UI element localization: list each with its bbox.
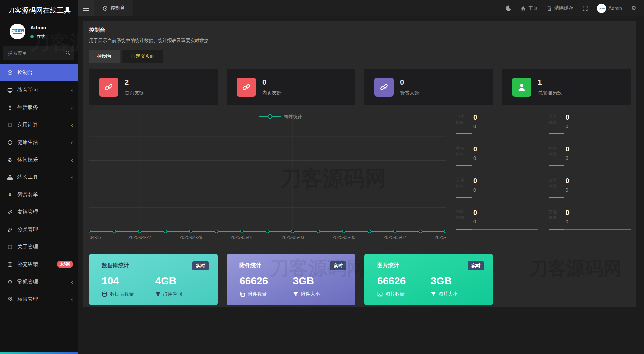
- content-tabs: 控制台自定义页面: [89, 50, 631, 63]
- home-link[interactable]: 主页: [521, 5, 538, 11]
- summary-value: 66626: [239, 276, 293, 286]
- sidebar-item[interactable]: 生活服务 ‹: [0, 99, 78, 116]
- spider-progress-bar: [456, 197, 538, 198]
- spider-yesterday-count: 0: [473, 155, 538, 161]
- sidebar-item-label: 教育学习: [17, 87, 38, 93]
- svg-text:蜘蛛统计: 蜘蛛统计: [284, 114, 302, 119]
- svg-text:04-25: 04-25: [90, 235, 101, 240]
- sidebar-item-label: 休闲娱乐: [17, 156, 38, 163]
- spider-stat-cell: 其他蜘蛛 0 0: [549, 209, 631, 232]
- summary-label: 占用空间: [155, 291, 209, 297]
- stat-value: 0: [262, 79, 282, 86]
- summary-card: 图片统计 实时 66626 图片数量 3GB: [364, 254, 493, 305]
- sidebar-item[interactable]: 健康生活 ‹: [0, 134, 78, 151]
- database-icon: [102, 291, 107, 297]
- avatar[interactable]: 刀客源码: [10, 24, 25, 39]
- summary-label: 数据表数量: [102, 291, 155, 297]
- sidebar-item[interactable]: 教育学习 ‹: [0, 81, 78, 99]
- copy-icon: [239, 291, 245, 297]
- spider-line-chart: 04-252025-04-272025-04-292025-05-012025-…: [89, 111, 446, 245]
- summary-value: 104: [102, 276, 155, 286]
- svg-text:2025-05-01: 2025-05-01: [231, 235, 254, 240]
- summary-label: 图片大小: [431, 291, 484, 297]
- spider-today-count: 0: [566, 209, 631, 216]
- spider-yesterday-count: 0: [473, 124, 538, 129]
- chain-icon: [374, 78, 394, 97]
- spider-stat-cell: 360蜘蛛 0 0: [456, 209, 538, 232]
- sidebar-item-label: 站长工具: [17, 174, 38, 180]
- topbar-tab-dashboard[interactable]: 控制台: [94, 0, 133, 16]
- sidebar-item[interactable]: T 补充纠错 未读0: [0, 256, 78, 273]
- stat-value: 1: [538, 79, 562, 86]
- online-dot-icon: [30, 35, 34, 38]
- spider-today-count: 0: [566, 114, 631, 121]
- stat-card: 0 赞赏人数: [364, 69, 493, 105]
- svg-text:2025-04-29: 2025-04-29: [179, 235, 202, 240]
- chain-icon: [237, 78, 256, 97]
- user-menu[interactable]: 刀客源码 Admin: [597, 4, 622, 13]
- svg-text:2025-05-03: 2025-05-03: [282, 235, 304, 240]
- spider-yesterday-count: 0: [566, 187, 631, 192]
- settings-gear-icon[interactable]: ⚙: [631, 5, 636, 11]
- realtime-badge: 实时: [468, 261, 484, 270]
- chevron-left-icon: ‹: [71, 157, 73, 163]
- sidebar-item[interactable]: 站长工具 ‹: [0, 168, 78, 186]
- sidebar-item[interactable]: 权限管理 ‹: [0, 290, 78, 308]
- stat-value: 0: [400, 79, 419, 86]
- clear-cache-button[interactable]: 清除缓存: [547, 5, 573, 11]
- summary-card: 附件统计 实时 66626 附件数量 3GB: [227, 254, 355, 305]
- summary-value: 3GB: [293, 276, 347, 286]
- search-input[interactable]: [3, 46, 74, 60]
- gauge-icon: [102, 6, 108, 11]
- fullscreen-button[interactable]: [583, 6, 588, 11]
- sidebar-item[interactable]: ¥ 赞赏名单: [0, 186, 78, 203]
- filter-icon: [155, 292, 161, 297]
- gears-icon: ⚙: [6, 279, 14, 285]
- chevron-left-icon: ‹: [71, 87, 73, 93]
- user-icon: [512, 78, 531, 97]
- tab-inactive[interactable]: 自定义页面: [122, 50, 163, 63]
- stat-label: 首页友链: [125, 90, 144, 96]
- stat-label: 内页友链: [262, 90, 282, 96]
- logo-bar: [13, 33, 22, 34]
- sidebar-item-label: 友链管理: [17, 209, 38, 215]
- chevron-left-icon: ‹: [71, 105, 73, 111]
- spider-progress-bar: [456, 133, 538, 134]
- sidebar-item[interactable]: 友链管理: [0, 203, 78, 221]
- realtime-badge: 实时: [330, 261, 346, 270]
- spider-progress-bar: [549, 229, 631, 230]
- user-status: 在线: [37, 33, 45, 40]
- sidebar-menu: 控制台 教育学习 ‹ 生活服务 ‹ 实用计算 ‹ 健康生活 ‹: [0, 64, 78, 308]
- spider-progress-bar: [456, 229, 538, 230]
- summary-value: 3GB: [431, 276, 484, 286]
- sidebar-item-label: 实用计算: [17, 122, 38, 128]
- sidebar-item[interactable]: Ƀ 休闲娱乐 ‹: [0, 151, 78, 168]
- summary-value: 66626: [377, 276, 431, 286]
- sidebar-item[interactable]: 关于管理: [0, 238, 78, 256]
- tab-active[interactable]: 控制台: [89, 50, 120, 63]
- chain-icon: [99, 78, 118, 97]
- spider-yesterday-count: 0: [566, 155, 631, 161]
- stat-cards: 2 首页友链 0 内页友链 0 赞赏人数 1 总管理员数: [89, 69, 631, 105]
- dark-mode-toggle[interactable]: [505, 5, 511, 12]
- sidebar-item-label: 常规管理: [17, 278, 38, 285]
- sidebar-item[interactable]: 控制台: [0, 64, 78, 81]
- spider-stat-cell: 神马蜘蛛 0 0: [456, 146, 538, 168]
- sidebar-item[interactable]: 实用计算 ‹: [0, 116, 78, 134]
- main-panel: 控制台 用于展示当前系统中的统计数据、统计报表及重要实时数据 控制台自定义页面 …: [83, 21, 636, 307]
- avatar: 刀客源码: [597, 4, 606, 13]
- sidebar-item[interactable]: 分类管理: [0, 221, 78, 238]
- chevron-left-icon: ‹: [71, 174, 73, 180]
- sidebar-item-label: 分类管理: [17, 226, 38, 233]
- svg-text:2025-05-09: 2025-05-09: [435, 235, 446, 240]
- sidebar: 刀客源码网在线工具 刀客源码网 刀客源码 Admin 在线 控制台: [0, 0, 78, 354]
- spider-yesterday-count: 0: [473, 187, 538, 192]
- page-subtitle: 用于展示当前系统中的统计数据、统计报表及重要实时数据: [89, 38, 631, 44]
- stat-card: 1 总管理员数: [502, 69, 631, 105]
- spider-yesterday-count: 0: [473, 219, 538, 224]
- hamburger-button[interactable]: [78, 0, 94, 16]
- chevron-left-icon: ‹: [71, 122, 73, 128]
- spider-progress-bar: [549, 165, 631, 166]
- spider-name: 搜狗蜘蛛: [549, 146, 557, 157]
- sidebar-item[interactable]: ⚙ 常规管理 ‹: [0, 273, 78, 290]
